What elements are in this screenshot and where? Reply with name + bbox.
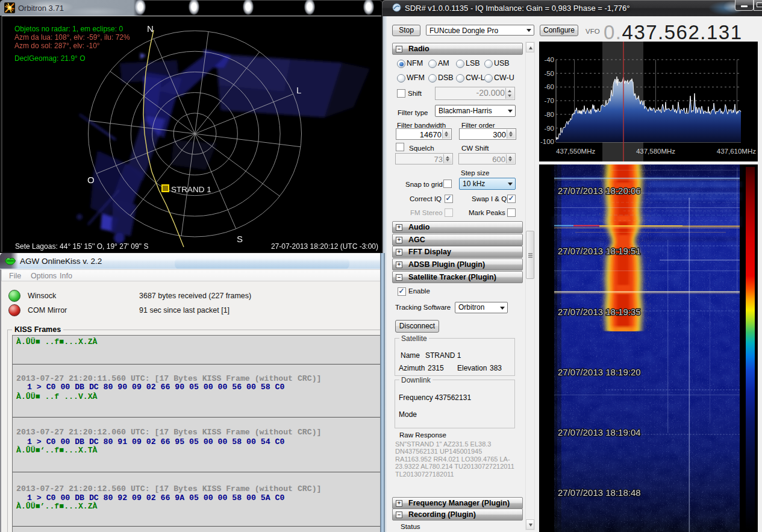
- svg-text:O: O: [87, 175, 95, 185]
- svg-text:437,580MHz: 437,580MHz: [636, 148, 675, 155]
- svg-text:27/07/2013 18:19:04: 27/07/2013 18:19:04: [558, 427, 641, 437]
- svg-text:27/07/2013 18:18:48: 27/07/2013 18:18:48: [558, 487, 641, 498]
- svg-text:Azm da lua: 108°, elv: -59°, i: Azm da lua: 108°, elv: -59°, ilu: 72%: [14, 33, 130, 42]
- svg-text:27/07/2013 18:19:35: 27/07/2013 18:19:35: [558, 307, 641, 317]
- svg-text:Azm do sol: 287°, elv: -10°: Azm do sol: 287°, elv: -10°: [14, 42, 100, 50]
- svg-text:-90: -90: [544, 125, 554, 132]
- svg-text:27-07-2013 18:20:12 (UTC -3:00: 27-07-2013 18:20:12 (UTC -3:00): [271, 242, 378, 251]
- svg-text:437,610MHz: 437,610MHz: [717, 148, 756, 155]
- svg-text:-100: -100: [540, 138, 554, 145]
- svg-text:L: L: [296, 85, 301, 95]
- svg-text:27/07/2013 18:19:20: 27/07/2013 18:19:20: [558, 367, 641, 377]
- svg-text:S: S: [237, 234, 243, 244]
- svg-text:27/07/2013 18:20:06: 27/07/2013 18:20:06: [558, 186, 641, 196]
- svg-text:27/07/2013 18:19:51: 27/07/2013 18:19:51: [558, 246, 641, 256]
- svg-text:-40: -40: [544, 56, 554, 63]
- svg-text:-50: -50: [544, 70, 554, 77]
- svg-text:-60: -60: [544, 83, 554, 90]
- svg-text:437,550MHz: 437,550MHz: [556, 148, 595, 155]
- svg-text:-70: -70: [544, 97, 554, 104]
- svg-text:Sete Lagoas: 44° 15' 15'' O, 1: Sete Lagoas: 44° 15' 15'' O, 19° 27' 09'…: [15, 242, 149, 251]
- svg-text:-80: -80: [544, 111, 554, 118]
- svg-text:DeclGeomag: 21.9° O: DeclGeomag: 21.9° O: [14, 54, 86, 63]
- svg-text:STRAND 1: STRAND 1: [171, 185, 211, 194]
- svg-text:Objetos no radar: 1, em eclips: Objetos no radar: 1, em eclipse: 0: [14, 25, 123, 33]
- svg-text:N: N: [147, 23, 154, 34]
